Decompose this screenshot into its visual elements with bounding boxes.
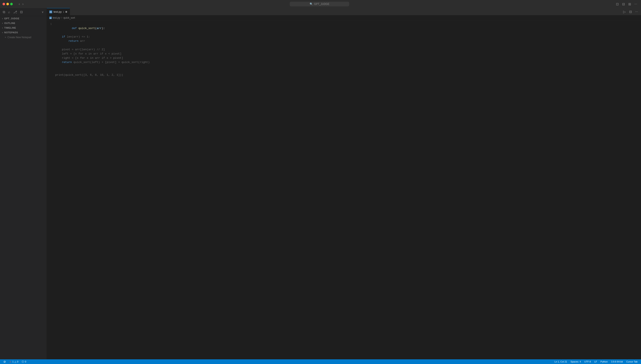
titlebar-search[interactable]: 🔍 GPT_JUDGE bbox=[290, 2, 349, 6]
code-line-6: right = [x for x in arr if x > pivot] bbox=[47, 56, 641, 60]
sidebar-item-outline[interactable]: › OUTLINE bbox=[0, 21, 47, 26]
close-button[interactable] bbox=[3, 3, 5, 5]
back-button[interactable]: ‹ bbox=[18, 2, 21, 6]
statusbar-encoding[interactable]: UTF-8 bbox=[583, 359, 593, 364]
code-line-4: pivot = arr[len(arr) // 2] bbox=[47, 48, 641, 52]
sidebar-item-label: NOTEPADS bbox=[4, 31, 18, 34]
statusbar-position[interactable]: Ln 1, Col 21 bbox=[553, 359, 569, 364]
forward-button[interactable]: › bbox=[22, 2, 24, 6]
copy-icon-button[interactable]: ⧉ bbox=[2, 10, 6, 15]
line-content-blank2 bbox=[55, 64, 641, 69]
arrow-icon: › bbox=[2, 27, 3, 29]
info-icon: Ⓘ bbox=[22, 360, 24, 363]
sidebar-item-gpt-judge[interactable]: › GPT_JUDGE bbox=[0, 16, 47, 21]
line-content-blank bbox=[55, 43, 641, 48]
statusbar-remote[interactable]: ⊘ bbox=[2, 359, 8, 364]
line-content-7: return quick_sort(left) + [pivot] + quic… bbox=[55, 60, 641, 64]
tab-test-py[interactable]: py test.py 1 bbox=[47, 8, 70, 15]
plus-icon: + bbox=[5, 36, 6, 39]
statusbar-left: ⊘ ⚠ 1 △ 0 Ⓘ 0 bbox=[2, 359, 28, 364]
breadcrumb-file-icon: py bbox=[49, 16, 52, 19]
line-content-3: return arr bbox=[55, 39, 641, 43]
line-content-5: left = [x for x in arr if x < pivot] bbox=[55, 52, 641, 56]
layout-button-1[interactable]: ⊡ bbox=[615, 2, 620, 6]
code-line-blank bbox=[47, 43, 641, 48]
run-button[interactable]: ▷ bbox=[622, 9, 627, 14]
split-editor-button[interactable]: ⊟ bbox=[628, 9, 633, 14]
tab-badge: 1 bbox=[63, 10, 64, 13]
info-count: 0 bbox=[25, 360, 26, 363]
code-line-7: return quick_sort(left) + [pivot] + quic… bbox=[47, 60, 641, 64]
arrow-icon: › bbox=[2, 18, 3, 20]
breadcrumb-separator: > bbox=[61, 16, 62, 19]
more-actions-button[interactable]: ··· bbox=[634, 9, 639, 14]
titlebar-right: ⊡ ⊟ ⊞ ··· bbox=[615, 2, 638, 6]
code-line-3: return arr bbox=[47, 39, 641, 43]
titlebar: ‹ › 🔍 GPT_JUDGE ⊡ ⊟ ⊞ ··· bbox=[0, 0, 641, 8]
remote-icon: ⊘ bbox=[4, 360, 6, 363]
arrow-icon: › bbox=[2, 32, 3, 34]
encoding-label: UTF-8 bbox=[584, 360, 591, 363]
warning-icon: △ bbox=[15, 360, 16, 363]
statusbar-cursor-tab[interactable]: Cursor Tab bbox=[624, 359, 639, 364]
line-content-4: pivot = arr[len(arr) // 2] bbox=[55, 48, 641, 52]
spaces-label: Spaces: 4 bbox=[570, 360, 581, 363]
python-file-icon: py bbox=[49, 10, 52, 13]
tab-actions: ▷ ⊟ ··· bbox=[622, 9, 641, 14]
code-line-2: if len(arr) <= 1: bbox=[47, 35, 641, 39]
minimize-button[interactable] bbox=[6, 3, 9, 5]
line-content-1: def quick_sort(arr): bbox=[55, 22, 641, 35]
python-version-label: 3.9.6 64-bit bbox=[611, 360, 623, 363]
statusbar-line-ending[interactable]: LF bbox=[593, 359, 599, 364]
sidebar-item-label: GPT_JUDGE bbox=[4, 17, 20, 20]
more-button[interactable]: ··· bbox=[633, 2, 638, 6]
git-icon-button[interactable]: ⎇ bbox=[13, 9, 18, 15]
sidebar: ⧉ ⌕ ⎇ ⊟ ∨ › GPT_JUDGE › OUTLINE › TIMELI… bbox=[0, 8, 47, 359]
traffic-lights bbox=[3, 3, 13, 5]
tab-bar: py test.py 1 ▷ ⊟ ··· bbox=[47, 8, 641, 16]
breadcrumb-symbol: quick_sort bbox=[63, 16, 75, 19]
create-notepad-button[interactable]: + Create New Notepad bbox=[0, 35, 47, 40]
line-content-blank3 bbox=[55, 69, 641, 73]
language-label: Python bbox=[600, 360, 608, 363]
statusbar-spaces[interactable]: Spaces: 4 bbox=[569, 359, 583, 364]
statusbar-right: Ln 1, Col 21 Spaces: 4 UTF-8 LF Python 3… bbox=[553, 359, 639, 364]
search-icon-button[interactable]: ⌕ bbox=[8, 10, 11, 15]
sidebar-item-timeline[interactable]: › TIMELINE bbox=[0, 26, 47, 30]
breadcrumb-file: test.py bbox=[53, 16, 60, 19]
layout-icon-button[interactable]: ⊟ bbox=[19, 9, 23, 15]
statusbar-version[interactable]: 3.9.6 64-bit bbox=[609, 359, 624, 364]
line-ending-label: LF bbox=[594, 360, 597, 363]
maximize-button[interactable] bbox=[10, 3, 13, 5]
code-editor[interactable]: 1 def quick_sort(arr): if len(arr) <= 1:… bbox=[47, 20, 641, 359]
error-icon: ⚠ bbox=[9, 360, 12, 363]
code-line-1: 1 def quick_sort(arr): bbox=[47, 22, 641, 35]
tab-filename: test.py bbox=[54, 10, 62, 13]
chevron-down-icon-button[interactable]: ∨ bbox=[41, 10, 44, 14]
sidebar-item-label: OUTLINE bbox=[4, 22, 15, 24]
titlebar-left: ‹ › bbox=[3, 2, 25, 6]
breadcrumb: py test.py > quick_sort bbox=[47, 16, 641, 20]
statusbar-language[interactable]: Python bbox=[599, 359, 609, 364]
code-line-8: print(quick_sort([3, 6, 8, 10, 1, 2, 1])… bbox=[47, 73, 641, 77]
warning-count: 0 bbox=[17, 360, 18, 363]
code-line-blank3 bbox=[47, 69, 641, 73]
layout-button-2[interactable]: ⊟ bbox=[621, 2, 626, 6]
search-text: GPT_JUDGE bbox=[314, 2, 329, 6]
sidebar-item-notepads[interactable]: › NOTEPADS bbox=[0, 30, 47, 35]
line-content-8: print(quick_sort([3, 6, 8, 10, 1, 2, 1])… bbox=[55, 73, 641, 77]
statusbar: ⊘ ⚠ 1 △ 0 Ⓘ 0 Ln 1, Col 21 Spaces: 4 UTF… bbox=[0, 359, 641, 364]
code-line-blank2 bbox=[47, 64, 641, 69]
code-line-5: left = [x for x in arr if x < pivot] bbox=[47, 52, 641, 56]
arrow-icon: › bbox=[2, 22, 3, 24]
cursor-tab-label: Cursor Tab bbox=[626, 360, 637, 363]
main-layout: ⧉ ⌕ ⎇ ⊟ ∨ › GPT_JUDGE › OUTLINE › TIMELI… bbox=[0, 8, 641, 359]
line-content-2: if len(arr) <= 1: bbox=[55, 35, 641, 39]
cursor-position: Ln 1, Col 21 bbox=[555, 360, 567, 363]
error-count: 1 bbox=[12, 360, 14, 363]
statusbar-errors[interactable]: ⚠ 1 △ 0 bbox=[8, 359, 20, 364]
statusbar-info[interactable]: Ⓘ 0 bbox=[20, 359, 28, 364]
tab-modified-indicator bbox=[65, 11, 67, 13]
layout-button-3[interactable]: ⊞ bbox=[627, 2, 632, 6]
sidebar-toolbar: ⧉ ⌕ ⎇ ⊟ ∨ bbox=[0, 8, 47, 16]
